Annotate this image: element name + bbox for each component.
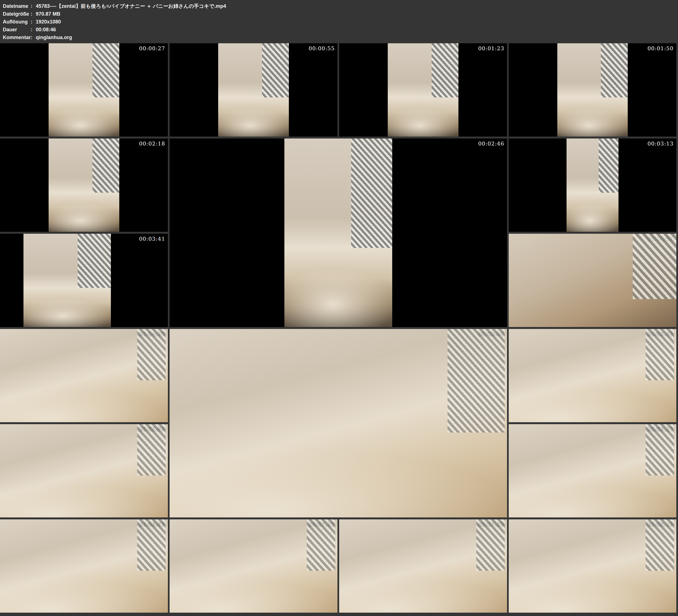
- file-info-row: Auflösung : 1920x1080: [3, 18, 226, 26]
- info-value-resolution: 1920x1080: [36, 19, 61, 25]
- info-label: Dauer: [3, 27, 31, 33]
- thumbnail-frame: [24, 234, 111, 327]
- file-info-header: Dateiname : 45783----【zentai】前も後ろも≡バイブオナ…: [3, 2, 226, 41]
- timestamp-overlay: 00:07:23: [309, 521, 335, 528]
- info-separator: :: [31, 35, 36, 40]
- timestamp-overlay: 00:07:50: [478, 521, 504, 528]
- info-separator: :: [31, 11, 36, 17]
- timestamp-overlay: 00:01:23: [478, 45, 504, 51]
- file-info-row: Dauer : 00:08:46: [3, 26, 226, 34]
- info-separator: :: [31, 19, 36, 25]
- thumbnail-frame: [218, 43, 289, 137]
- timestamp-overlay: 00:06:55: [139, 521, 165, 528]
- timestamp-overlay: 00:05:59: [139, 426, 165, 432]
- thumbnail-frame: [49, 43, 119, 137]
- info-separator: :: [31, 27, 36, 33]
- timestamp-overlay: 00:03:41: [139, 236, 165, 242]
- timestamp-overlay: 00:02:46: [478, 141, 504, 147]
- video-thumbnail: 00:01:50: [509, 43, 676, 137]
- video-thumbnail: 00:06:27: [509, 424, 676, 517]
- video-thumbnail: 00:00:27: [0, 43, 168, 137]
- info-label: Dateiname: [3, 3, 31, 9]
- info-value-duration: 00:08:46: [36, 27, 56, 33]
- info-label: Kommentar: [3, 35, 31, 40]
- video-thumbnail-large: 00:02:46: [170, 139, 507, 327]
- file-info-row: Kommentar : qinglanhua.org: [3, 34, 226, 41]
- timestamp-overlay: 00:04:09: [647, 236, 674, 242]
- info-value-filename: 45783----【zentai】前も後ろも≡バイブオナニー ＋ バニーお姉さん…: [36, 3, 226, 9]
- thumbnail-frame: [49, 139, 119, 232]
- video-thumbnail: 00:08:18: [509, 519, 676, 613]
- info-value-comment: qinglanhua.org: [36, 35, 72, 40]
- thumbnail-frame: [388, 43, 458, 137]
- video-contact-sheet: Dateiname : 45783----【zentai】前も後ろも≡バイブオナ…: [0, 0, 678, 616]
- video-thumbnail: 00:07:50: [339, 519, 507, 613]
- video-thumbnail: 00:01:23: [339, 43, 507, 137]
- timestamp-overlay: 00:02:18: [139, 141, 165, 147]
- video-thumbnail-large: 00:05:04: [170, 329, 507, 517]
- video-thumbnail: 00:04:36: [0, 329, 168, 422]
- timestamp-overlay: 00:04:36: [139, 331, 165, 337]
- video-thumbnail: 00:05:32: [509, 329, 676, 422]
- file-info-row: Dateigröße : 970.87 MB: [3, 10, 226, 18]
- video-thumbnail: 00:07:23: [170, 519, 337, 613]
- video-thumbnail: 00:00:55: [170, 43, 337, 137]
- timestamp-overlay: 00:00:55: [309, 45, 335, 51]
- info-separator: :: [31, 3, 36, 9]
- file-info-row: Dateiname : 45783----【zentai】前も後ろも≡バイブオナ…: [3, 2, 226, 10]
- info-label: Dateigröße: [3, 11, 31, 17]
- video-thumbnail: 00:03:13: [509, 139, 676, 232]
- info-label: Auflösung: [3, 19, 31, 25]
- video-thumbnail: 00:03:41: [0, 234, 168, 327]
- timestamp-overlay: 00:06:27: [647, 426, 674, 432]
- timestamp-overlay: 00:05:32: [647, 331, 674, 337]
- timestamp-overlay: 00:01:50: [647, 45, 674, 51]
- video-thumbnail: 00:02:18: [0, 139, 168, 232]
- video-thumbnail: 00:04:09: [509, 234, 676, 327]
- info-value-filesize: 970.87 MB: [36, 11, 60, 17]
- timestamp-overlay: 00:08:18: [647, 521, 674, 528]
- timestamp-overlay: 00:00:27: [139, 45, 165, 51]
- video-thumbnail: 00:06:55: [0, 519, 168, 613]
- timestamp-overlay: 00:03:13: [647, 141, 674, 147]
- timestamp-overlay: 00:05:04: [478, 331, 504, 337]
- thumbnail-frame: [557, 43, 628, 137]
- thumbnail-frame: [285, 139, 392, 327]
- video-thumbnail: 00:05:59: [0, 424, 168, 517]
- thumbnail-frame: [567, 139, 618, 232]
